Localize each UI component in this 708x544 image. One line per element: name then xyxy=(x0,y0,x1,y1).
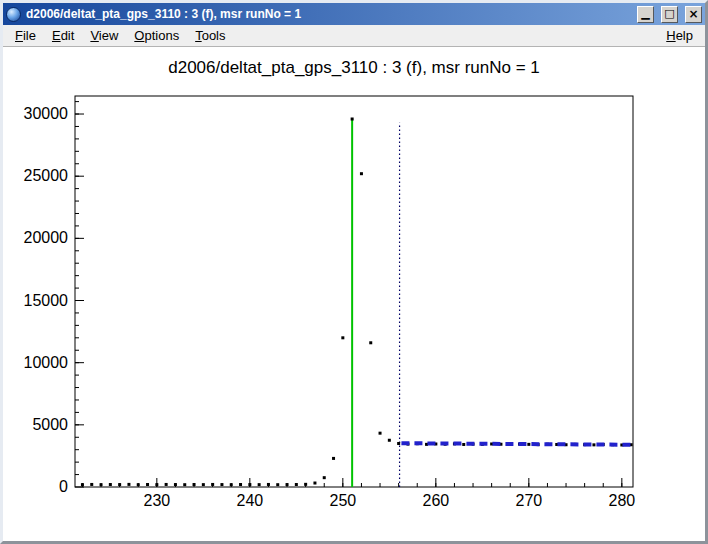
window-title: d2006/deltat_pta_gps_3110 : 3 (f), msr r… xyxy=(26,7,630,21)
app-icon[interactable] xyxy=(6,7,21,22)
plot-svg[interactable]: 2302402502602702800500010000150002000025… xyxy=(3,47,705,541)
svg-text:230: 230 xyxy=(143,492,170,509)
menu-item-edit[interactable]: Edit xyxy=(44,26,82,45)
titlebar[interactable]: d2006/deltat_pta_gps_3110 : 3 (f), msr r… xyxy=(3,3,705,25)
close-button[interactable]: × xyxy=(685,6,702,23)
menu-item-tools[interactable]: Tools xyxy=(187,26,233,45)
menu-item-file[interactable]: File xyxy=(7,26,44,45)
svg-text:15000: 15000 xyxy=(24,292,69,309)
svg-text:0: 0 xyxy=(59,478,68,495)
svg-text:10000: 10000 xyxy=(24,354,69,371)
menu-item-help[interactable]: Help xyxy=(658,26,701,45)
menubar-left: FileEditViewOptionsTools xyxy=(7,26,234,45)
menu-item-options[interactable]: Options xyxy=(126,26,187,45)
menu-item-view[interactable]: View xyxy=(82,26,126,45)
svg-text:30000: 30000 xyxy=(24,105,69,122)
minimize-button[interactable]: ▁ xyxy=(637,6,654,23)
svg-text:25000: 25000 xyxy=(24,167,69,184)
data-points xyxy=(81,118,633,487)
maximize-button[interactable]: □ xyxy=(661,6,678,23)
menubar-right: Help xyxy=(658,26,701,45)
menubar: FileEditViewOptionsTools Help xyxy=(3,25,705,47)
app-window: d2006/deltat_pta_gps_3110 : 3 (f), msr r… xyxy=(0,0,708,544)
svg-text:270: 270 xyxy=(515,492,542,509)
svg-text:280: 280 xyxy=(608,492,635,509)
x-axis: 230240250260270280 xyxy=(82,478,635,509)
svg-text:260: 260 xyxy=(422,492,449,509)
svg-text:5000: 5000 xyxy=(32,416,68,433)
plot-area: d2006/deltat_pta_gps_3110 : 3 (f), msr r… xyxy=(3,47,705,541)
plot-frame xyxy=(75,96,633,487)
svg-text:250: 250 xyxy=(329,492,356,509)
svg-text:240: 240 xyxy=(236,492,263,509)
svg-text:20000: 20000 xyxy=(24,229,69,246)
